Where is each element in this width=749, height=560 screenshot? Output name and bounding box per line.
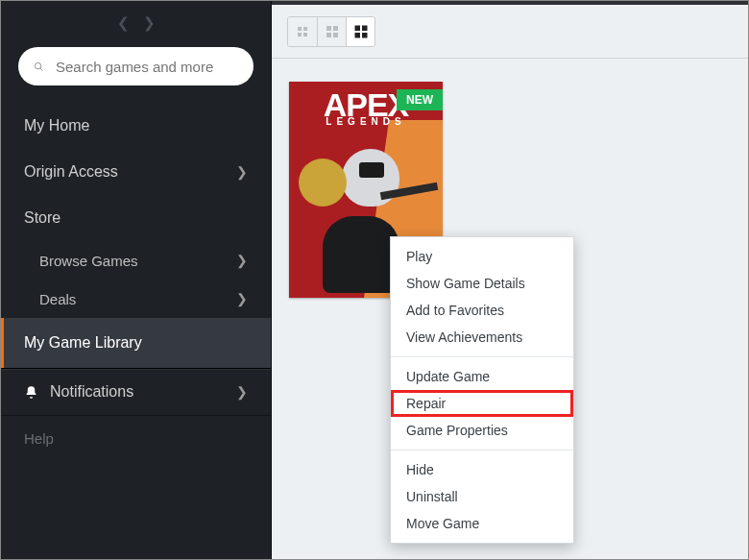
context-menu-item-view-achievements[interactable]: View Achievements — [391, 324, 573, 351]
svg-rect-2 — [298, 27, 302, 31]
context-menu-section: HideUninstallMove Game — [391, 450, 573, 543]
sidebar-item-label: Store — [24, 209, 60, 227]
sidebar: ❮ ❯ My Home Origin Access ❯ Store Browse… — [1, 1, 272, 559]
svg-rect-4 — [298, 33, 302, 37]
svg-rect-12 — [354, 33, 360, 38]
sidebar-item-label: Notifications — [50, 383, 133, 401]
sidebar-item-notifications[interactable]: Notifications ❯ — [1, 369, 271, 415]
view-toolbar — [272, 5, 748, 59]
context-menu-item-play[interactable]: Play — [391, 243, 573, 270]
context-menu-item-uninstall[interactable]: Uninstall — [391, 483, 573, 510]
svg-rect-8 — [326, 33, 331, 37]
sidebar-item-my-home[interactable]: My Home — [1, 103, 271, 149]
grid-large-icon — [353, 24, 369, 39]
context-menu-item-update-game[interactable]: Update Game — [391, 363, 573, 390]
svg-rect-7 — [333, 26, 338, 31]
context-menu-item-show-game-details[interactable]: Show Game Details — [391, 270, 573, 297]
sidebar-item-label: Browse Games — [39, 253, 138, 269]
chevron-right-icon: ❯ — [236, 164, 248, 180]
svg-rect-13 — [362, 33, 368, 38]
sidebar-item-my-game-library[interactable]: My Game Library — [1, 318, 271, 368]
chevron-right-icon: ❯ — [236, 384, 248, 400]
back-icon[interactable]: ❮ — [117, 14, 130, 32]
svg-rect-3 — [303, 27, 307, 31]
chevron-right-icon: ❯ — [236, 291, 248, 306]
view-small-grid-button[interactable] — [288, 17, 317, 46]
context-menu-item-move-game[interactable]: Move Game — [391, 510, 573, 537]
grid-medium-icon — [325, 24, 340, 39]
bell-icon — [24, 385, 38, 400]
context-menu-section: Update GameRepairGame Properties — [391, 356, 573, 450]
svg-rect-5 — [303, 33, 307, 37]
app-root: ❮ ❯ My Home Origin Access ❯ Store Browse… — [1, 1, 748, 559]
history-nav: ❮ ❯ — [1, 1, 271, 37]
sidebar-item-label: My Game Library — [24, 334, 142, 352]
sidebar-item-origin-access[interactable]: Origin Access ❯ — [1, 149, 271, 195]
view-large-grid-button[interactable] — [346, 17, 374, 46]
svg-rect-6 — [326, 26, 331, 31]
search-field[interactable] — [18, 47, 254, 85]
view-medium-grid-button[interactable] — [317, 17, 346, 46]
sidebar-item-deals[interactable]: Deals ❯ — [1, 280, 271, 318]
svg-rect-10 — [354, 25, 360, 31]
context-menu-item-game-properties[interactable]: Game Properties — [391, 417, 573, 444]
context-menu-section: PlayShow Game DetailsAdd to FavoritesVie… — [391, 237, 573, 356]
sidebar-nav: My Home Origin Access ❯ Store Browse Gam… — [1, 103, 271, 368]
svg-rect-11 — [362, 25, 368, 31]
search-input[interactable] — [56, 59, 238, 75]
new-badge: NEW — [397, 89, 443, 110]
game-title-line2: LEGENDS — [289, 116, 443, 127]
svg-rect-9 — [333, 33, 338, 37]
sidebar-nav-bottom: Notifications ❯ — [1, 369, 271, 415]
search-container — [1, 37, 271, 103]
sidebar-item-label: Origin Access — [24, 163, 118, 181]
context-menu[interactable]: PlayShow Game DetailsAdd to FavoritesVie… — [390, 236, 574, 544]
svg-point-0 — [35, 62, 40, 68]
view-mode-group — [287, 16, 375, 47]
chevron-right-icon: ❯ — [236, 253, 248, 268]
sidebar-item-label: Help — [24, 430, 54, 447]
grid-small-icon — [295, 24, 310, 39]
svg-line-1 — [40, 67, 43, 70]
sidebar-item-browse-games[interactable]: Browse Games ❯ — [1, 241, 271, 280]
sidebar-item-label: Deals — [39, 291, 76, 307]
search-icon — [34, 60, 44, 74]
sidebar-item-help[interactable]: Help — [1, 415, 271, 461]
context-menu-item-add-to-favorites[interactable]: Add to Favorites — [391, 297, 573, 324]
sidebar-item-label: My Home — [24, 117, 89, 134]
forward-icon[interactable]: ❯ — [143, 14, 156, 32]
context-menu-item-hide[interactable]: Hide — [391, 456, 573, 483]
sidebar-item-store: Store — [1, 195, 271, 241]
context-menu-item-repair[interactable]: Repair — [391, 390, 573, 417]
